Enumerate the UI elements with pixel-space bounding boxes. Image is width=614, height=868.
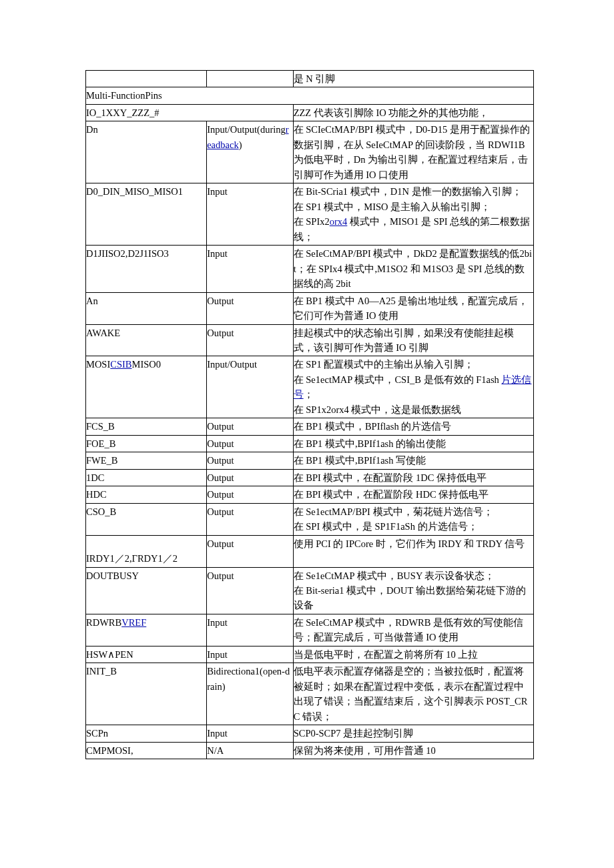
table-row: AWAKEOutput挂起模式中的状态输出引脚，如果没有使能挂起模式，该引脚可作… [86, 324, 534, 356]
cell-desc: 在 BP1 模式中 A0—A25 是输出地址线，配置完成后，它们可作为普通 IO… [293, 292, 533, 324]
table-row: HDCOutput在 BPI 模式中，在配置阶段 HDC 保持低电平 [86, 486, 534, 503]
link-text: CSIB [110, 359, 131, 370]
cell-name: FCS_B [86, 418, 207, 435]
cell-desc: 在 SP1 配置模式中的主输出从输入引脚；在 Se1ectMAP 模式中，CSI… [293, 356, 533, 418]
table-row: CSO_BOutput在 Se1ectMAP/BPI 模式中，菊花链片选信号；在… [86, 503, 534, 535]
cell-desc: 在 SCIeCtMAP/BPI 模式中，D0-D15 是用于配置操作的数据引脚，… [293, 121, 533, 183]
cell-name: Dn [86, 121, 207, 183]
table-row: MOSICSIBMISO0Input/Output在 SP1 配置模式中的主输出… [86, 356, 534, 418]
cell-desc: 低电平表示配置存储器是空的；当被拉低时，配置将被延时；如果在配置过程中变低，表示… [293, 663, 533, 725]
table-row: FCS_BOutput在 BP1 模式中，BPIflash 的片选信号 [86, 418, 534, 435]
cell-desc: 在 BP1 模式中,BPIf1ash 的输出使能 [293, 435, 533, 452]
cell-desc: SCP0-SCP7 是挂起控制引脚 [293, 725, 533, 742]
table-row: DnInput/Output(duringreadback)在 SCIeCtMA… [86, 121, 534, 183]
cell-dir: Input [207, 246, 294, 292]
cell-dir: Output [207, 486, 294, 503]
cell-name: CMPMOSI, [86, 742, 207, 759]
cell-name: DOUTBUSY [86, 567, 207, 614]
cell-dir: Input [207, 725, 294, 742]
link-text: VREF [121, 617, 146, 628]
table-row: CMPMOSI,N/A保留为将来使用，可用作普通 10 [86, 742, 534, 759]
cell-name: D1JIISO2,D2J1ISO3 [86, 246, 207, 292]
cell-desc: 在 SeIeCtMAP/BPI 模式中，DkD2 是配置数据线的低2bit；在 … [293, 246, 533, 292]
table-row: 是 N 引脚 [86, 71, 534, 87]
cell-dir: Output [207, 567, 294, 614]
table-row: RDWRBVREFInput在 SeIeCtMAP 模式中，RDWRB 是低有效… [86, 614, 534, 646]
table-row: HSW∧PENInput当是低电平时，在配置之前将所有 10 上拉 [86, 646, 534, 663]
cell-desc: 在 Se1ectMAP/BPI 模式中，菊花链片选信号；在 SPI 模式中，是 … [293, 503, 533, 535]
cell-name: HDC [86, 486, 207, 503]
cell-desc: 保留为将来使用，可用作普通 10 [293, 742, 533, 759]
cell-name: IO_1XXY_ZZZ_# [86, 104, 294, 121]
cell-name: SCPn [86, 725, 207, 742]
cell-dir: Output [207, 435, 294, 452]
cell-name: FOE_B [86, 435, 207, 452]
cell-desc: 在 BP1 模式中，BPIflash 的片选信号 [293, 418, 533, 435]
cell-desc: 在 BPI 模式中，在配置阶段 HDC 保持低电平 [293, 486, 533, 503]
pin-table: 是 N 引脚Multi-FunctionPinsIO_1XXY_ZZZ_#ZZZ… [85, 70, 534, 759]
table-row: IO_1XXY_ZZZ_#ZZZ 代表该引脚除 IO 功能之外的其他功能， [86, 104, 534, 121]
cell-dir: Output [207, 452, 294, 469]
table-row: AnOutput在 BP1 模式中 A0—A25 是输出地址线，配置完成后，它们… [86, 292, 534, 324]
cell-desc: 在 BPI 模式中，在配置阶段 1DC 保持低电平 [293, 469, 533, 486]
table-row: D0_DIN_MISO_MISO1Input在 Bit-SCria1 模式中，D… [86, 183, 534, 246]
document-page: 是 N 引脚Multi-FunctionPinsIO_1XXY_ZZZ_#ZZZ… [0, 0, 614, 868]
cell-desc: ZZZ 代表该引脚除 IO 功能之外的其他功能， [293, 104, 533, 121]
cell-name: IRDY1／2,ΓRDY1／2 [86, 535, 207, 567]
table-row: 1DCOutput在 BPI 模式中，在配置阶段 1DC 保持低电平 [86, 469, 534, 486]
cell-dir: Input/Output(duringreadback) [207, 121, 294, 183]
cell-desc: 在 BP1 模式中,BPIf1ash 写使能 [293, 452, 533, 469]
table-row: Multi-FunctionPins [86, 87, 534, 104]
link-text: orx4 [330, 216, 348, 227]
cell-dir: Input [207, 614, 294, 646]
cell-name [86, 71, 207, 87]
cell-desc: 使用 PCI 的 IPCore 时，它们作为 IRDY 和 TRDY 信号 [293, 535, 533, 567]
table-row: DOUTBUSYOutput在 Se1eCtMAP 模式中，BUSY 表示设备状… [86, 567, 534, 614]
cell: Multi-FunctionPins [86, 87, 534, 104]
table-row: FOE_BOutput在 BP1 模式中,BPIf1ash 的输出使能 [86, 435, 534, 452]
table-row: D1JIISO2,D2J1ISO3Input在 SeIeCtMAP/BPI 模式… [86, 246, 534, 292]
cell-dir: N/A [207, 742, 294, 759]
cell-dir: Input [207, 183, 294, 246]
cell-name: INIT_B [86, 663, 207, 725]
cell-desc: 在 SeIeCtMAP 模式中，RDWRB 是低有效的写使能信号；配置完成后，可… [293, 614, 533, 646]
cell-desc: 挂起模式中的状态输出引脚，如果没有使能挂起模式，该引脚可作为普通 IO 引脚 [293, 324, 533, 356]
cell-name: HSW∧PEN [86, 646, 207, 663]
cell-desc: 是 N 引脚 [293, 71, 533, 87]
link-text: readback [207, 124, 288, 149]
cell-desc: 在 Bit-SCria1 模式中，D1N 是惟一的数据输入引脚；在 SP1 模式… [293, 183, 533, 246]
cell-name: FWE_B [86, 452, 207, 469]
table-row: SCPnInputSCP0-SCP7 是挂起控制引脚 [86, 725, 534, 742]
cell-dir [207, 71, 294, 87]
cell-name: CSO_B [86, 503, 207, 535]
cell-dir: Bidirectiona1(open-drain) [207, 663, 294, 725]
cell-name: AWAKE [86, 324, 207, 356]
link-text: 片选信号 [294, 374, 532, 400]
cell-name: RDWRBVREF [86, 614, 207, 646]
cell-desc: 在 Se1eCtMAP 模式中，BUSY 表示设备状态；在 Bit-seria1… [293, 567, 533, 614]
cell-dir: Output [207, 469, 294, 486]
cell-dir: Input [207, 646, 294, 663]
table-row: FWE_BOutput在 BP1 模式中,BPIf1ash 写使能 [86, 452, 534, 469]
cell-name: 1DC [86, 469, 207, 486]
table-row: INIT_BBidirectiona1(open-drain)低电平表示配置存储… [86, 663, 534, 725]
cell-dir: Output [207, 418, 294, 435]
cell-dir: Output [207, 503, 294, 535]
cell-dir: Input/Output [207, 356, 294, 418]
cell-name: An [86, 292, 207, 324]
cell-dir: Output [207, 535, 294, 567]
cell-dir: Output [207, 292, 294, 324]
table-row: IRDY1／2,ΓRDY1／2Output使用 PCI 的 IPCore 时，它… [86, 535, 534, 567]
cell-desc: 当是低电平时，在配置之前将所有 10 上拉 [293, 646, 533, 663]
cell-dir: Output [207, 324, 294, 356]
cell-name: MOSICSIBMISO0 [86, 356, 207, 418]
cell-name: D0_DIN_MISO_MISO1 [86, 183, 207, 246]
